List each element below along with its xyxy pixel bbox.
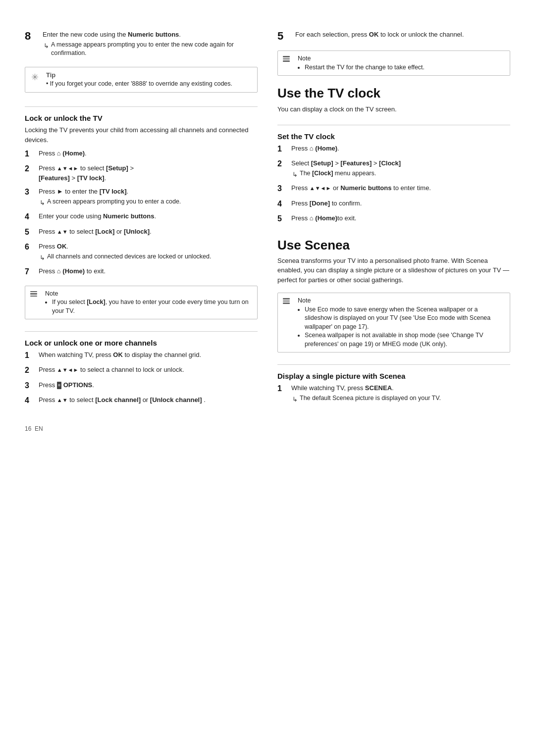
note-scenea-line-1 [283,298,290,300]
note-icon-lock-tv [30,290,41,297]
lock-ch-step-4-num: 4 [25,395,39,406]
lock-tv-step-6-arrow: ↳ [40,253,45,263]
tip-content: • If you forget your code, enter '8888' … [46,80,232,89]
note-content-restart: Note Restart the TV for the change to ta… [298,54,425,72]
clock-step-2-sub: ↳ The [Clock] menu appears. [292,169,510,180]
lock-ch-step-1: 1 When watching TV, press OK to display … [25,350,258,361]
lock-tv-step-3-sub: ↳ A screen appears prompting you to ente… [40,198,258,208]
lock-ch-step-3: 3 Press ≡ OPTIONS. [25,380,258,391]
note-icon-lines-scenea [283,298,290,304]
use-scenea-body: Scenea transforms your TV into a persona… [277,256,510,285]
clock-step-1-content: Press ⌂ (Home). [291,144,510,153]
display-scenea-title: Display a single picture with Scenea [277,372,510,380]
use-tv-clock-body: You can display a clock on the TV screen… [277,104,510,114]
lock-tv-step-6-sub: ↳ All channels and connected devices are… [40,252,258,263]
lock-tv-step-1: 1 Press ⌂ (Home). [25,149,258,159]
divider-set-tv-clock [277,125,510,125]
options-icon: ≡ [57,382,61,390]
note-item-scenea-2: Scenea wallpaper is not available in sho… [305,331,505,349]
note-scenea-line-3 [283,302,290,304]
left-column: 8 Enter the new code using the Numeric b… [25,30,258,726]
note-line-1 [30,291,37,293]
lock-tv-step-1-bold: ⌂ (Home) [57,150,85,157]
note-icon-scenea [283,297,294,304]
right-step-5-content: For each selection, press OK to lock or … [295,30,510,40]
note-icon-lines-restart [283,56,290,62]
clock-step-2-content: Select [Setup] > [Features] > [Clock] ↳ … [291,158,510,179]
clock-step-1-num: 1 [277,144,291,154]
step-8-text: Enter the new code using the [43,31,128,38]
tip-icon: ✳ [31,72,42,83]
divider-lock-channels [25,331,258,332]
note-icon-lines-lock-tv [30,291,37,297]
lock-tv-step-2-num: 2 [25,163,39,174]
lock-ch-step-2: 2 Press ▲▼◄► to select a channel to lock… [25,365,258,376]
note-content-scenea: Note Use Eco mode to save energy when th… [298,297,505,349]
lock-tv-step-7-num: 7 [25,266,39,277]
clock-step-2-sub-text: The [Clock] menu appears. [300,169,376,178]
clock-step-3: 3 Press ▲▼◄► or Numeric buttons to enter… [277,183,510,194]
lock-ch-step-1-num: 1 [25,350,39,361]
page-number: 16 EN [25,425,258,432]
right-step-5-text2: to lock or unlock the channel. [378,31,464,38]
note-label-scenea: Note [298,297,505,305]
scenea-step-1-content: While watching TV, press SCENEA. ↳ The d… [291,383,510,404]
lock-ch-step-4-content: Press ▲▼ to select [Lock channel] or [Un… [39,395,258,405]
note-item-restart: Restart the TV for the change to take ef… [305,63,425,72]
divider-display-scenea [277,364,510,365]
clock-step-5-num: 5 [277,213,291,224]
note-line-2 [30,293,37,295]
lock-tv-step-5-content: Press ▲▼ to select [Lock] or [Unlock]. [39,227,258,237]
scenea-step-1-arrow: ↳ [292,395,298,404]
section-lock-channels-title: Lock or unlock one or more channels [25,339,258,347]
note-line-3 [30,296,37,297]
tip-box: ✳ Tip • If you forget your code, enter '… [25,67,258,93]
clock-step-4: 4 Press [Done] to confirm. [277,199,510,209]
right-step-5-text: For each selection, press [295,31,369,38]
tip-content-wrapper: Tip • If you forget your code, enter '88… [46,71,232,89]
lock-tv-step-4: 4 Enter your code using Numeric buttons. [25,211,258,222]
section-lock-tv-title: Lock or unlock the TV [25,114,258,122]
note-scenea-line-2 [283,301,290,302]
lock-tv-step-4-num: 4 [25,211,39,222]
step-8: 8 Enter the new code using the Numeric b… [25,30,258,58]
use-scenea-title: Use Scenea [277,238,510,253]
note-content-lock-tv: Note If you select [Lock], you have to e… [45,290,252,316]
clock-step-2-num: 2 [277,158,291,169]
set-tv-clock-title: Set the TV clock [277,132,510,141]
lock-tv-step-6-sub-text: All channels and connected devices are l… [47,252,211,261]
step-8-arrow: ↳ [44,41,49,51]
clock-step-5: 5 Press ⌂ (Home)to exit. [277,213,510,224]
right-step-5-num: 5 [277,30,295,43]
lock-tv-step-3-arrow: ↳ [40,198,45,208]
tip-label: Tip [46,71,232,79]
right-column: 5 For each selection, press OK to lock o… [277,30,510,726]
lock-tv-step-3-sub-text: A screen appears prompting you to enter … [47,198,181,206]
note-restart-line-1 [283,56,290,57]
lock-tv-step-2: 2 Press ▲▼◄► to select [Setup] >[Feature… [25,163,258,183]
scenea-step-1-sub-text: The default Scenea picture is displayed … [300,394,441,403]
clock-step-4-content: Press [Done] to confirm. [291,199,510,208]
clock-step-4-num: 4 [277,199,291,209]
clock-step-3-num: 3 [277,183,291,194]
use-tv-clock-title: Use the TV clock [277,86,510,101]
divider-lock-tv [25,106,258,107]
lock-tv-step-7-content: Press ⌂ (Home) to exit. [39,266,258,276]
clock-step-2-arrow: ↳ [292,170,298,180]
step-8-sub: ↳ A message appears prompting you to ent… [44,41,258,58]
scenea-step-1-sub: ↳ The default Scenea picture is displaye… [292,394,510,404]
lock-tv-step-1-content: Press ⌂ (Home). [39,149,258,158]
step-8-content: Enter the new code using the Numeric but… [43,30,258,58]
lock-ch-step-2-content: Press ▲▼◄► to select a channel to lock o… [39,365,258,375]
scenea-step-1-num: 1 [277,383,291,394]
lock-ch-step-3-num: 3 [25,380,39,391]
clock-step-3-content: Press ▲▼◄► or Numeric buttons to enter t… [291,183,510,193]
step-8-sub-text: A message appears prompting you to enter… [51,41,258,58]
lock-tv-step-6-content: Press OK. ↳ All channels and connected d… [39,242,258,262]
clock-step-5-content: Press ⌂ (Home)to exit. [291,213,510,223]
note-icon-restart [283,55,294,62]
step-8-num: 8 [25,30,43,43]
scenea-step-1: 1 While watching TV, press SCENEA. ↳ The… [277,383,510,404]
page: 8 Enter the new code using the Numeric b… [0,0,535,756]
note-restart-line-3 [283,60,290,62]
